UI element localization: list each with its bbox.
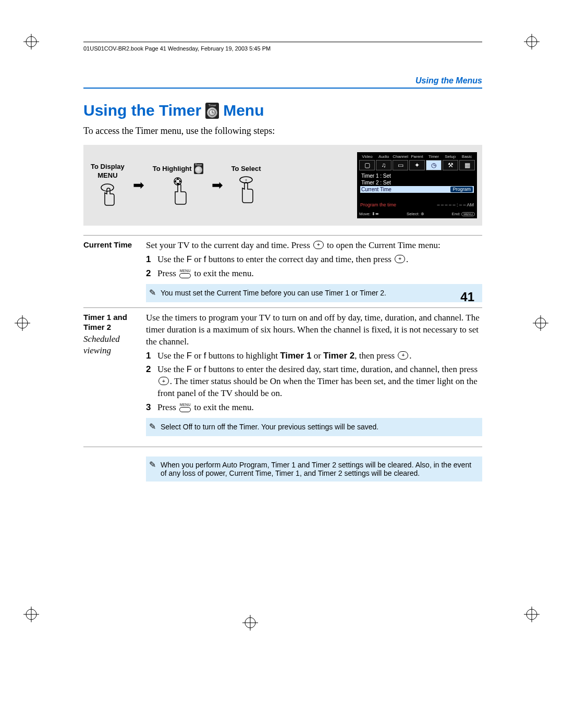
setup-icon: ⚒: [443, 160, 458, 170]
label-current-time: Current Time: [83, 240, 146, 307]
intro-text: To access the Timer menu, use the follow…: [83, 126, 516, 137]
note-current-time: You must set the Current Time before you…: [146, 284, 482, 302]
current-time-section: Current Time Set your TV to the current …: [83, 235, 482, 307]
svg-text:+: +: [245, 178, 248, 182]
timer-icon: ◷: [426, 160, 442, 170]
header-text: 01US01COV-BR2.book Page 41 Wednesday, Fe…: [83, 45, 271, 52]
steps-panel: To Display MENU ➡ To Highlight Timer ➡ T…: [83, 145, 482, 226]
step-display: To Display MENU: [91, 163, 125, 208]
hand-icon: [94, 182, 120, 208]
section-header: Using the Menus: [50, 76, 482, 85]
enter-icon: +: [158, 377, 169, 385]
svg-line-23: [212, 113, 214, 113]
note-timer-off: Select Off to turn off the Timer. Your p…: [146, 418, 482, 436]
note-auto-program: When you perform Auto Program, Timer 1 a…: [146, 456, 482, 482]
menu-button-icon: MENU: [179, 403, 191, 412]
menu-button-icon: MENU: [179, 269, 191, 278]
audio-icon: ♫: [376, 160, 391, 170]
enter-icon: +: [398, 351, 408, 360]
basic-icon: ▦: [459, 160, 475, 170]
step-highlight: To Highlight Timer: [153, 163, 203, 207]
enter-icon: +: [395, 255, 405, 263]
timer-desc: Use the timers to program your TV to tur…: [146, 313, 480, 347]
title-part2: Menu: [223, 102, 264, 119]
header-rule: 01US01COV-BR2.book Page 41 Wednesday, Fe…: [83, 42, 482, 42]
timer-section: Timer 1 and Timer 2 Scheduled viewing Us…: [83, 307, 482, 441]
parent-icon: ✦: [409, 160, 425, 170]
video-icon: ▢: [359, 160, 375, 170]
label-timers: Timer 1 and Timer 2: [83, 313, 127, 332]
enter-icon: +: [313, 241, 324, 249]
note-auto-program-wrap: When you perform Auto Program, Timer 1 a…: [83, 447, 482, 482]
osd-screenshot: Video Audio Channel Parent Timer Setup B…: [357, 152, 477, 218]
svg-point-24: [101, 184, 114, 191]
page-title: Using the Timer Timer Menu: [83, 102, 516, 119]
arrow-icon: ➡: [212, 177, 223, 193]
hand-icon: [162, 177, 193, 207]
page-number: 41: [460, 290, 474, 304]
section-rule: [83, 88, 482, 89]
step-select: To Select +: [231, 165, 261, 206]
hand-icon: +: [233, 176, 259, 206]
title-part1: Using the Timer: [83, 102, 201, 119]
channel-icon: ▭: [393, 160, 408, 170]
arrow-icon: ➡: [133, 177, 144, 193]
timer-icon: Timer: [205, 103, 219, 119]
clock-icon: Timer: [194, 163, 203, 174]
current-time-desc: Set your TV to the current day and time.…: [146, 240, 440, 250]
label-scheduled: Scheduled viewing: [83, 334, 146, 356]
